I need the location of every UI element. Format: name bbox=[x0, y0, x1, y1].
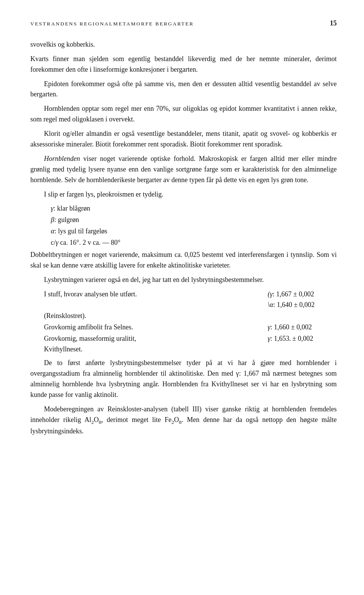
list-cgamma: c/γ ca. 16°. 2 v ca. — 80° bbox=[51, 238, 337, 248]
meas-row-3: Grovkornig amfibolit fra Selnes. γ: 1,66… bbox=[30, 322, 337, 333]
paragraph-5: Klorit og/eller almandin er også vesentl… bbox=[30, 129, 337, 150]
paragraph-de-to: De to først anførte lysbrytningsbestemme… bbox=[30, 358, 337, 400]
body-content: svovelkis og kobberkis. Kvarts finner ma… bbox=[30, 39, 337, 437]
paragraph-mode: Modeberegningen av Reinskloster-analysen… bbox=[30, 404, 337, 437]
meas1-label: I stuff, hvorav analysen ble utført. bbox=[30, 289, 261, 300]
paragraph-4: Hornblenden opptar som regel mer enn 70%… bbox=[30, 104, 337, 125]
page-number: 15 bbox=[330, 18, 337, 29]
meas-row-2: (Reinsklostret). bbox=[30, 311, 337, 321]
paragraph-2: Kvarts finner man sjelden som egentlig b… bbox=[30, 54, 337, 75]
meas-row-1: I stuff, hvorav analysen ble utført. (γ:… bbox=[30, 289, 337, 310]
hornblenden-italic: Hornblenden bbox=[44, 155, 80, 162]
list-beta: β: gulgrøn bbox=[51, 215, 337, 225]
list-gamma: γ: klar blågrøn bbox=[51, 203, 337, 214]
meas4-label: Grovkornig, masseformig uralitit, Kvithy… bbox=[30, 334, 261, 355]
meas1-values: (γ: 1,667 ± 0,002 \α: 1,640 ± 0,002 bbox=[261, 289, 337, 310]
meas3-values: γ: 1,660 ± 0,002 bbox=[261, 322, 337, 333]
optical-list: γ: klar blågrøn β: gulgrøn α: lys gul ti… bbox=[51, 203, 337, 248]
paragraph-dobbelt: Dobbeltbrytningen er noget varierende, m… bbox=[30, 250, 337, 271]
paragraph-hornblenden: Hornblenden viser noget varierende optis… bbox=[30, 154, 337, 186]
paragraph-3: Epidoten forekommer også ofte på samme v… bbox=[30, 79, 337, 100]
paragraph-lysbrytning: Lysbrytningen varierer også en del, jeg … bbox=[30, 275, 337, 285]
paragraph-slip: I slip er fargen lys, pleokroismen er ty… bbox=[30, 189, 337, 200]
meas3-label: Grovkornig amfibolit fra Selnes. bbox=[30, 322, 261, 333]
header-title: VESTRANDENS REGIONALMETAMORFE BERGARTER bbox=[30, 20, 194, 28]
paragraph-1: svovelkis og kobberkis. bbox=[30, 39, 337, 50]
meas4-values: γ: 1,653. ± 0,002 bbox=[261, 334, 337, 344]
measurements-block: I stuff, hvorav analysen ble utført. (γ:… bbox=[30, 289, 337, 355]
list-alpha: α: lys gul til fargeløs bbox=[51, 226, 337, 237]
meas2-label: (Reinsklostret). bbox=[30, 311, 261, 321]
meas-row-4: Grovkornig, masseformig uralitit, Kvithy… bbox=[30, 334, 337, 355]
page-header: VESTRANDENS REGIONALMETAMORFE BERGARTER … bbox=[30, 18, 337, 29]
